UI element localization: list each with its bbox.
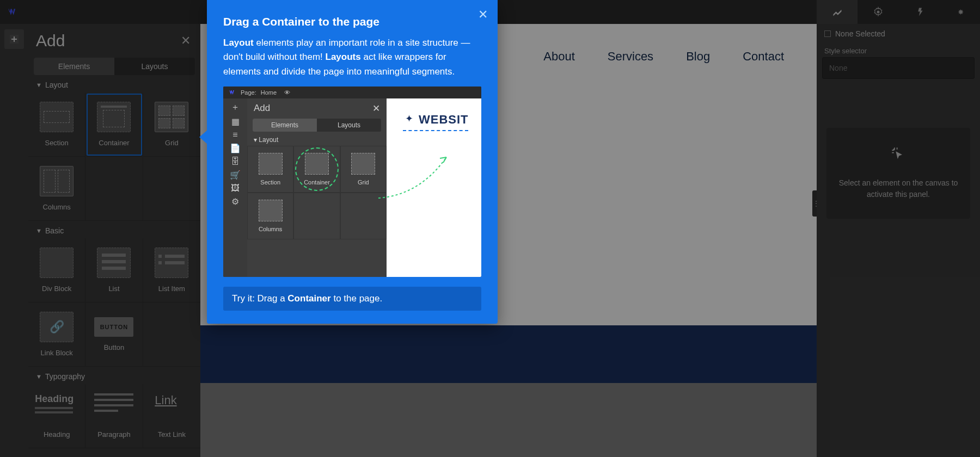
tab-effects[interactable] [939,0,980,24]
chevron-down-icon: ▼ [36,82,42,88]
popup-body: Layout elements play an important role i… [223,36,481,79]
style-selector-input[interactable]: None [822,57,975,79]
section-thumb-icon [40,102,74,132]
el-section[interactable]: Section [28,92,85,157]
el-list[interactable]: List [85,238,143,302]
style-selector-label: Style selector [817,44,980,57]
el-columns[interactable]: Columns [28,157,85,221]
left-tool-rail [0,24,28,457]
right-panel-tabs [817,0,980,24]
popup-try-it: Try it: Drag a Container to the page. [223,287,481,311]
columns-thumb-icon [40,166,74,196]
chevron-down-icon: ▼ [36,373,42,380]
add-panel-title: Add [36,32,65,50]
nav-contact[interactable]: Contact [743,50,784,64]
popup-demo-image: Page:Home 👁 ＋▦≡📄🗄🛒🖼⚙ Add✕ ElementsLayout… [223,87,481,277]
list-item-thumb-icon [155,248,188,278]
popup-caret-icon [199,131,207,144]
tab-elements[interactable]: Elements [34,58,114,75]
el-text-link[interactable]: LinkText Link [143,384,200,448]
button-thumb-icon: BUTTON [94,317,133,337]
div-thumb-icon [40,248,74,278]
paragraph-thumb-icon [94,393,133,424]
nav-about[interactable]: About [543,50,575,64]
heading-thumb-icon: Heading [35,393,78,424]
style-panel: None Selected Style selector None Select… [817,0,980,457]
link-thumb-icon: 🔗 [40,312,74,342]
tab-layouts[interactable]: Layouts [114,58,195,75]
tab-interactions[interactable] [898,0,939,24]
section-header-typography[interactable]: ▼Typography [28,367,200,384]
close-icon[interactable]: ✕ [181,34,191,48]
close-icon[interactable]: ✕ [478,8,488,22]
add-panel-tabs: Elements Layouts [34,58,195,75]
selection-crumb: None Selected [817,24,980,44]
list-thumb-icon [97,248,131,278]
grid-thumb-icon [155,102,188,132]
tutorial-popup: ✕ Drag a Container to the page Layout el… [207,0,498,324]
el-list-item[interactable]: List Item [143,238,200,302]
tab-settings[interactable] [857,0,898,24]
cursor-click-icon [837,146,959,168]
empty-state-card: Select an element on the canvas to activ… [826,128,970,219]
add-panel: Add ✕ Elements Layouts ▼Layout Section C… [28,24,200,457]
el-div-block[interactable]: Div Block [28,238,85,302]
popup-title: Drag a Container to the page [223,15,481,28]
nav-blog[interactable]: Blog [686,50,710,64]
el-container[interactable]: Container [85,92,143,157]
svg-point-1 [877,11,879,14]
section-header-basic[interactable]: ▼Basic [28,221,200,238]
el-link-block[interactable]: 🔗Link Block [28,302,85,367]
el-heading[interactable]: HeadingHeading [28,384,85,448]
el-button[interactable]: BUTTONButton [85,302,143,367]
section-header-layout[interactable]: ▼Layout [28,75,200,92]
hero-section[interactable] [200,325,817,383]
add-element-tool[interactable] [4,29,24,49]
webflow-logo[interactable] [5,4,21,20]
chevron-down-icon: ▼ [36,227,42,234]
tab-style[interactable] [817,0,857,24]
nav-services[interactable]: Services [608,50,653,64]
el-grid[interactable]: Grid [143,92,200,157]
text-link-thumb-icon: Link [155,393,188,424]
container-thumb-icon [97,102,131,132]
selection-icon [824,30,831,37]
el-paragraph[interactable]: Paragraph [85,384,143,448]
